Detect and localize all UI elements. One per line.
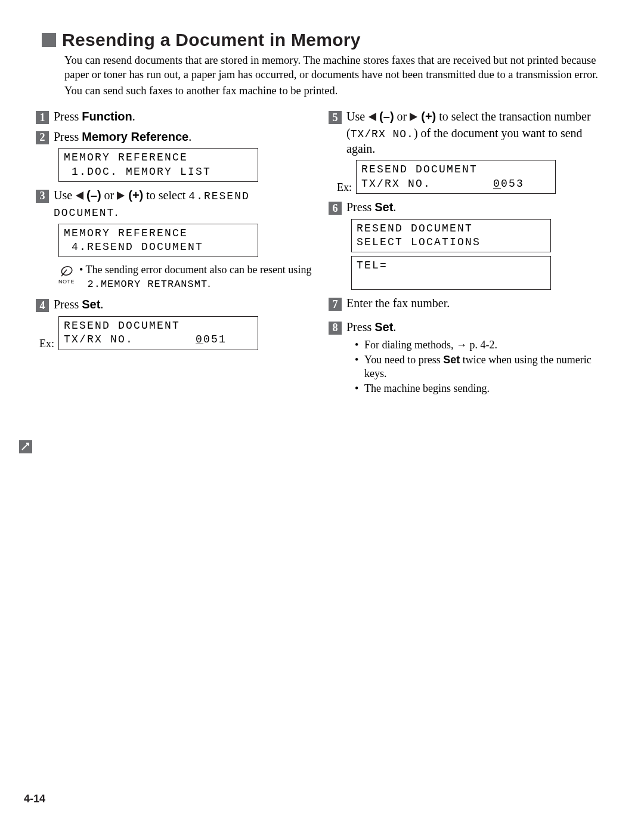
- step-8: 8 Press Set.: [329, 320, 608, 335]
- txt: Use: [346, 110, 368, 123]
- svg-marker-5: [410, 113, 417, 121]
- right-arrow-icon: [410, 110, 418, 126]
- step-8-text: Press Set.: [346, 320, 608, 335]
- txt: (–): [86, 189, 101, 202]
- step-1: 1 Press Function.: [36, 109, 315, 125]
- set-button-label: Set: [374, 320, 393, 333]
- example-label: Ex:: [337, 181, 352, 194]
- step-number-badge: 1: [36, 111, 49, 124]
- option-4-resend: 4.RESEND: [188, 190, 249, 202]
- txt: TX/RX NO.: [64, 333, 196, 345]
- txt: RESEND DOCUMENT: [361, 163, 478, 175]
- step-8-bullets: For dialing methods, → p. 4-2. You need …: [355, 338, 608, 396]
- intro-paragraph-2: You can send such faxes to another fax m…: [64, 84, 608, 98]
- note-block: NOTE • The sending error document also c…: [58, 263, 315, 291]
- right-arrow-icon: →: [456, 339, 467, 351]
- txt: Press: [54, 298, 82, 311]
- lcd-display: MEMORY REFERENCE 1.DOC. MEMORY LIST: [58, 148, 258, 182]
- left-arrow-icon: [75, 189, 83, 205]
- txt: Use: [54, 189, 75, 202]
- option-2-retransmit: 2.MEMORY RETRANSMT: [88, 279, 208, 290]
- note-text: • The sending error document also can be…: [79, 263, 311, 291]
- step-3: 3 Use (–) or (+) to select 4.RESENDDOCUM…: [36, 188, 315, 220]
- svg-marker-0: [76, 191, 83, 200]
- step-number-badge: 7: [329, 298, 342, 311]
- svg-marker-1: [117, 191, 125, 200]
- example-wrap: Ex: RESEND DOCUMENT TX/RX NO. 0051: [36, 316, 315, 350]
- example-label: Ex:: [39, 338, 54, 350]
- txt: RESEND DOCUMENT: [64, 320, 180, 332]
- step-number-badge: 6: [329, 202, 342, 215]
- txt: .: [132, 110, 135, 123]
- lcd-display: RESEND DOCUMENT TX/RX NO. 0053: [356, 160, 556, 194]
- list-item: You need to press Set twice when using t…: [355, 353, 608, 381]
- list-item: The machine begins sending.: [355, 382, 608, 396]
- txt: DOCUMENT: [54, 207, 114, 219]
- txt: Press: [346, 320, 374, 333]
- lcd-display: MEMORY REFERENCE 4.RESEND DOCUMENT: [58, 224, 258, 258]
- txt: .: [114, 205, 117, 218]
- note-icon: NOTE: [58, 264, 75, 285]
- txt: .: [208, 277, 210, 289]
- step-5: 5 Use (–) or (+) to select the transacti…: [329, 109, 608, 156]
- step-5-text: Use (–) or (+) to select the transaction…: [346, 109, 608, 156]
- svg-marker-4: [369, 113, 376, 121]
- memory-reference-button-label: Memory Reference: [82, 130, 188, 143]
- step-number-badge: 4: [36, 299, 49, 312]
- step-2-text: Press Memory Reference.: [54, 129, 315, 145]
- tx-rx-no-label: TX/RX NO.: [351, 128, 414, 140]
- left-column: 1 Press Function. 2 Press Memory Referen…: [36, 109, 315, 397]
- txt: 0: [493, 178, 501, 190]
- txt: .: [100, 298, 103, 311]
- step-number-badge: 3: [36, 190, 49, 203]
- txt: to select: [143, 189, 188, 202]
- note-label: NOTE: [58, 279, 75, 285]
- example-wrap: Ex: RESEND DOCUMENT TX/RX NO. 0053: [329, 160, 608, 194]
- step-4-text: Press Set.: [54, 297, 315, 313]
- txt: .: [393, 320, 396, 333]
- step-3-text: Use (–) or (+) to select 4.RESENDDOCUMEN…: [54, 188, 315, 220]
- set-button-label: Set: [82, 298, 100, 311]
- function-button-label: Function: [82, 110, 132, 123]
- right-arrow-icon: [117, 189, 125, 205]
- square-bullet-icon: [42, 33, 56, 47]
- corner-arrow-icon: [19, 440, 32, 456]
- step-7-text: Enter the fax number.: [346, 296, 608, 311]
- two-column-layout: 1 Press Function. 2 Press Memory Referen…: [36, 109, 608, 397]
- lcd-display: TEL=: [351, 256, 551, 290]
- step-4: 4 Press Set.: [36, 297, 315, 313]
- txt: The sending error document also can be r…: [86, 264, 312, 276]
- txt: p. 4-2.: [467, 339, 497, 351]
- page-number: 4-14: [24, 793, 45, 805]
- section-title: Resending a Document in Memory: [62, 30, 361, 50]
- step-number-badge: 8: [329, 322, 342, 335]
- set-button-label: Set: [443, 354, 460, 366]
- txt: (+): [421, 110, 436, 123]
- step-6-text: Press Set.: [346, 200, 608, 215]
- step-number-badge: 2: [36, 131, 49, 144]
- txt: (–): [379, 110, 394, 123]
- txt: Press: [54, 130, 82, 143]
- step-1-text: Press Function.: [54, 109, 315, 125]
- set-button-label: Set: [374, 200, 393, 214]
- txt: 053: [501, 178, 524, 190]
- txt: Press: [346, 200, 374, 214]
- txt: or: [394, 110, 410, 123]
- txt: or: [101, 189, 117, 202]
- left-arrow-icon: [368, 110, 376, 126]
- txt: 051: [203, 333, 227, 345]
- step-7: 7 Enter the fax number.: [329, 296, 608, 311]
- txt: For dialing methods,: [364, 339, 456, 351]
- txt: (+): [128, 189, 143, 202]
- txt: TX/RX NO.: [361, 178, 493, 190]
- txt: Press: [54, 110, 82, 123]
- step-number-badge: 5: [329, 111, 342, 124]
- txt: 0: [196, 333, 203, 345]
- txt: .: [393, 200, 396, 214]
- lcd-display: RESEND DOCUMENT TX/RX NO. 0051: [58, 316, 258, 350]
- txt: .: [188, 130, 191, 143]
- section-heading-row: Resending a Document in Memory: [42, 30, 608, 50]
- lcd-display: RESEND DOCUMENT SELECT LOCATIONS: [351, 219, 551, 253]
- right-column: 5 Use (–) or (+) to select the transacti…: [329, 109, 608, 397]
- intro-paragraph-1: You can resend documents that are stored…: [64, 54, 608, 82]
